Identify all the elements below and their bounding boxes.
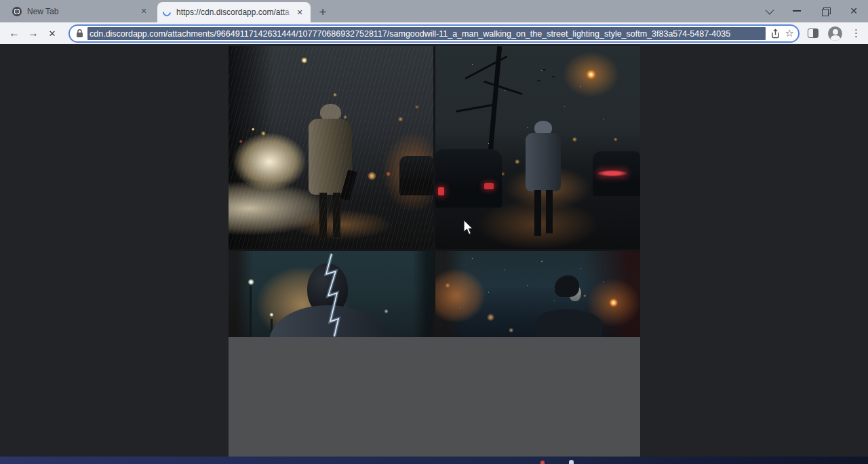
close-window-button[interactable]: ✕ <box>840 0 868 22</box>
address-bar[interactable]: cdn.discordapp.com/attachments/966491171… <box>68 24 800 43</box>
share-icon[interactable] <box>770 28 781 39</box>
close-tab-icon[interactable]: ✕ <box>294 7 305 18</box>
image-quadrant-top-left <box>229 46 433 249</box>
taskbar-icon-dot-light[interactable] <box>569 460 574 464</box>
parked-car-right <box>593 151 640 196</box>
restore-button[interactable] <box>811 0 840 22</box>
browser-toolbar: ← → ✕ cdn.discordapp.com/attachments/966… <box>0 22 868 44</box>
profile-avatar-icon[interactable] <box>828 26 842 41</box>
profile-man-hair <box>555 275 579 297</box>
window-controls: ✕ <box>754 0 868 22</box>
side-panel-icon[interactable] <box>808 28 818 38</box>
browser-window: New Tab ✕ https://cdn.discordapp.com/att… <box>0 0 868 464</box>
bird <box>552 76 555 77</box>
tab-new-tab[interactable]: New Tab ✕ <box>7 0 155 22</box>
lightning-bolt <box>229 251 433 337</box>
tab-title: https://cdn.discordapp.com/atta <box>176 7 294 17</box>
back-button[interactable]: ← <box>5 24 24 43</box>
car-silhouette <box>399 156 433 195</box>
bird <box>537 80 540 81</box>
image-loading-placeholder <box>229 337 640 457</box>
url-selected-text[interactable]: cdn.discordapp.com/attachments/966491171… <box>87 27 766 40</box>
forward-button[interactable]: → <box>24 24 43 43</box>
bookmark-star-icon[interactable]: ☆ <box>785 27 794 39</box>
tab-strip: New Tab ✕ https://cdn.discordapp.com/att… <box>0 0 868 22</box>
menu-dots-icon[interactable]: ⋮ <box>851 27 861 39</box>
walking-man-figure <box>309 104 353 243</box>
page-viewport <box>0 44 868 457</box>
tab-discord-cdn[interactable]: https://cdn.discordapp.com/atta ✕ <box>157 2 311 22</box>
parked-car-left <box>435 149 502 208</box>
bird <box>542 69 546 71</box>
close-tab-icon[interactable]: ✕ <box>138 6 149 17</box>
minimize-button[interactable] <box>783 0 811 22</box>
restore-icon <box>822 7 829 15</box>
taskbar-icon-dot-red[interactable] <box>540 461 545 464</box>
image-quadrant-bottom-right <box>435 251 640 337</box>
mouse-cursor-icon <box>462 218 477 236</box>
tab-title: New Tab <box>27 7 138 16</box>
walking-man-figure <box>525 121 561 237</box>
image-quadrant-bottom-left <box>229 251 433 337</box>
minimize-icon <box>793 10 801 12</box>
loading-spinner-icon <box>161 7 173 18</box>
windows-taskbar-edge[interactable] <box>0 457 868 464</box>
stop-loading-button[interactable]: ✕ <box>43 24 62 43</box>
tab-search-chevron-icon[interactable] <box>754 0 783 22</box>
toolbar-right-icons: ⋮ <box>808 26 868 41</box>
generated-image-grid[interactable] <box>229 46 640 457</box>
new-tab-button[interactable]: + <box>313 3 332 22</box>
chrome-favicon-icon <box>12 7 22 16</box>
lock-icon <box>76 28 83 38</box>
profile-man-body <box>536 309 602 337</box>
